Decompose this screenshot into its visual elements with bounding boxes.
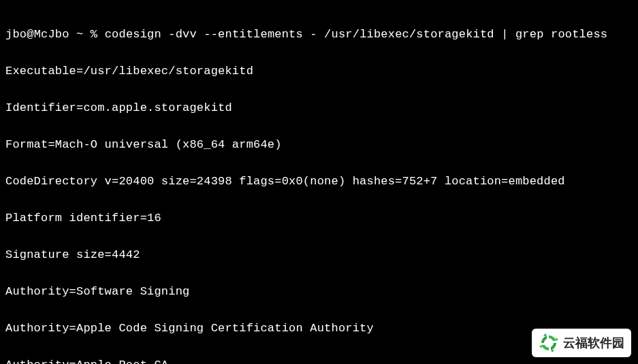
recycle-arrows-icon: [539, 333, 559, 353]
prompt-user: jbo: [5, 28, 27, 41]
svg-marker-3: [543, 333, 547, 336]
output-codedirectory: CodeDirectory v=20400 size=24398 flags=0…: [5, 172, 633, 191]
svg-marker-2: [539, 345, 542, 348]
command-text: codesign -dvv --entitlements - /usr/libe…: [105, 28, 608, 41]
prompt-cwd: ~: [76, 28, 83, 41]
svg-marker-0: [556, 337, 558, 341]
output-signature-size: Signature size=4442: [5, 246, 633, 264]
output-format: Format=Mach-O universal (x86_64 arm64e): [5, 135, 633, 154]
svg-marker-1: [551, 350, 554, 352]
prompt-line: jbo@McJbo ~ % codesign -dvv --entitlemen…: [5, 25, 633, 44]
output-platform-identifier: Platform identifier=16: [5, 209, 633, 227]
output-identifier: Identifier=com.apple.storagekitd: [5, 99, 633, 117]
terminal-output: jbo@McJbo ~ % codesign -dvv --entitlemen…: [0, 0, 638, 364]
prompt-host: McJbo: [34, 28, 69, 41]
watermark-text: 云福软件园: [563, 334, 624, 352]
prompt-symbol: %: [91, 28, 97, 41]
watermark-badge: 云福软件园: [532, 329, 631, 357]
output-executable: Executable=/usr/libexec/storagekitd: [5, 62, 633, 80]
output-authority-1: Authority=Software Signing: [5, 282, 633, 301]
